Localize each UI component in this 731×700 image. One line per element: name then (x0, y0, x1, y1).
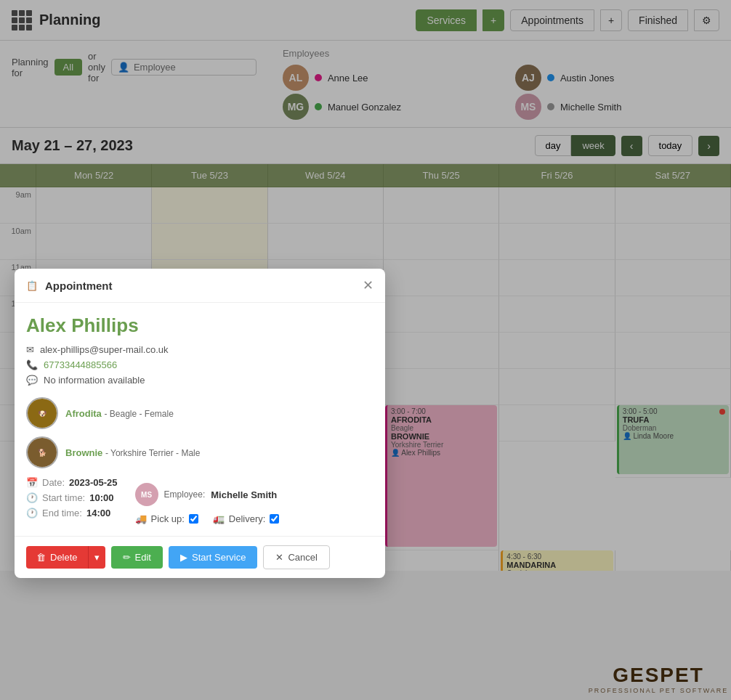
pet-brownie-name: Brownie (65, 447, 102, 458)
start-time-value: 10:00 (89, 492, 113, 503)
pets-section: 🐶 Afrodita - Beagle - Female 🐕 Brownie -… (26, 397, 373, 468)
whatsapp-row: 💬 No information available (26, 375, 373, 386)
modal-employee-avatar: MS (135, 483, 158, 506)
delete-button[interactable]: 🗑 Delete (26, 546, 88, 569)
modal-employee-img: MS (135, 483, 158, 506)
email-icon: ✉ (26, 344, 34, 355)
cancel-button[interactable]: ✕ Cancel (263, 545, 329, 569)
phone-icon: 📞 (26, 359, 38, 370)
pet-afrodita-info: - Beagle - Female (104, 409, 173, 419)
pet-afrodita-avatar: 🐶 (26, 397, 58, 429)
delivery-truck-icon: 🚛 (213, 513, 225, 524)
whatsapp-value: No information available (44, 375, 145, 386)
modal-employee-label: Employee: (164, 489, 206, 500)
phone-value: 67733444885566 (44, 359, 117, 370)
phone-row: 📞 67733444885566 (26, 359, 373, 370)
pickup-label: Pick up: (151, 513, 185, 524)
start-time-row: 🕐 Start time: 10:00 (26, 492, 118, 503)
pet-afrodita-name: Afrodita (65, 408, 102, 419)
email-row: ✉ alex-phillips@super-mail.co.uk (26, 344, 373, 355)
clock2-icon: 🕐 (26, 508, 38, 518)
client-name: Alex Phillips (26, 314, 373, 337)
whatsapp-icon: 💬 (26, 375, 38, 386)
pickup-checkbox[interactable] (189, 514, 198, 524)
delivery-row: 🚛 Delivery: (213, 513, 280, 524)
modal-title: Appointment (45, 280, 112, 292)
end-time-label: End time: (42, 508, 82, 518)
delivery-label: Delivery: (229, 513, 266, 524)
modal-body: Alex Phillips ✉ alex-phillips@super-mail… (15, 303, 385, 536)
clock-icon: 🕐 (26, 492, 38, 503)
date-row: 📅 Date: 2023-05-25 (26, 477, 118, 488)
x-icon: ✕ (275, 552, 283, 563)
pet-brownie-info: - Yorkshire Terrier - Male (105, 448, 201, 458)
modal-header: 📋 Appointment ✕ (15, 269, 385, 303)
end-time-value: 14:00 (86, 508, 110, 518)
date-label: Date: (42, 477, 65, 488)
play-icon: ▶ (180, 552, 187, 563)
end-time-row: 🕐 End time: 14:00 (26, 508, 118, 518)
modal-close-button[interactable]: ✕ (363, 277, 373, 293)
employee-info-row: MS Employee: Michelle Smith (135, 483, 278, 506)
appointment-modal: 📋 Appointment ✕ Alex Phillips ✉ alex-phi… (15, 269, 385, 578)
pet-brownie-img: 🐕 (28, 438, 57, 467)
trash-icon: 🗑 (36, 552, 46, 563)
pet-brownie-row: 🐕 Brownie - Yorkshire Terrier - Male (26, 436, 373, 468)
pet-afrodita-row: 🐶 Afrodita - Beagle - Female (26, 397, 373, 429)
pencil-icon: ✏ (123, 552, 131, 563)
pet-brownie-avatar: 🐕 (26, 436, 58, 468)
truck-icon: 🚚 (135, 513, 147, 524)
start-service-button[interactable]: ▶ Start Service (169, 546, 257, 569)
date-value: 2023-05-25 (69, 477, 118, 488)
modal-footer: 🗑 Delete ▾ ✏ Edit ▶ Start Service ✕ Canc… (15, 536, 385, 578)
edit-button[interactable]: ✏ Edit (111, 546, 163, 569)
delivery-checkbox[interactable] (270, 514, 279, 524)
delete-cancel-group: 🗑 Delete ▾ (26, 546, 105, 569)
pet-afrodita-img: 🐶 (28, 399, 57, 428)
pickup-row: 🚚 Pick up: (135, 513, 198, 524)
calendar-small-icon: 📅 (26, 477, 38, 488)
calendar-icon: 📋 (26, 280, 38, 291)
cancel-dropdown-button[interactable]: ▾ (88, 546, 105, 569)
modal-header-left: 📋 Appointment (26, 280, 112, 292)
modal-overlay[interactable]: 📋 Appointment ✕ Alex Phillips ✉ alex-phi… (0, 0, 731, 700)
email-value: alex-phillips@super-mail.co.uk (40, 344, 168, 355)
modal-employee-name: Michelle Smith (211, 489, 277, 500)
start-time-label: Start time: (42, 492, 85, 503)
